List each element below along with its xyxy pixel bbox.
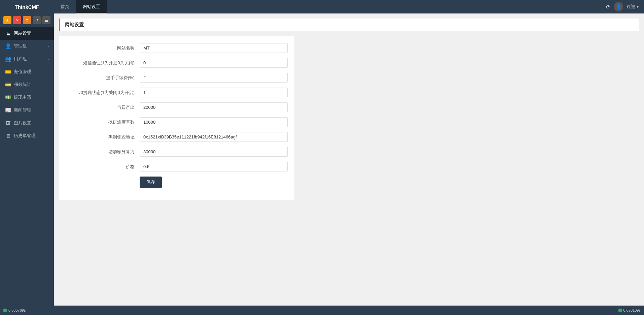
sidebar-label-images: 图片设置 xyxy=(14,120,31,126)
sidebar-item-admin-group[interactable]: 👤 管理组 › xyxy=(0,40,54,53)
sidebar: ★ ✕ ⚙ ↺ ☰ 🖥 网站设置 👤 管理组 › 👥 用户组 › 💳 充值管理 … xyxy=(0,13,54,306)
label-sms-verify: 短信验证(1为开启0为关闭) xyxy=(66,60,140,66)
sidebar-label-news: 新闻管理 xyxy=(14,107,31,113)
sidebar-label-admin-group: 管理组 xyxy=(14,43,27,49)
status-dot-right xyxy=(618,309,622,312)
status-bar: 0.085789s 0.070109s xyxy=(0,306,644,315)
label-extra-hashrate: 增加额外算力 xyxy=(66,149,140,155)
label-mine-difficulty: 挖矿难度基数 xyxy=(66,119,140,125)
avatar: 👤 xyxy=(614,2,623,11)
sidebar-item-images[interactable]: 🖼 图片设置 xyxy=(0,117,54,129)
input-v0-withdraw[interactable] xyxy=(140,88,288,97)
sidebar-btn-yellow[interactable]: ★ xyxy=(3,16,11,24)
input-site-name[interactable] xyxy=(140,43,288,53)
input-mine-difficulty[interactable] xyxy=(140,117,288,127)
sidebar-label-withdraw: 提现申请 xyxy=(14,94,31,100)
top-nav: ThinkCMF 首页 网站设置 ⟳ 👤 欢迎 ▾ xyxy=(0,0,644,13)
sidebar-btn-red[interactable]: ✕ xyxy=(13,16,21,24)
monitor-icon: 🖥 xyxy=(5,31,11,36)
history-icon: 🖥 xyxy=(5,133,11,139)
image-icon: 🖼 xyxy=(5,120,11,126)
nav-site-settings[interactable]: 网站设置 xyxy=(76,0,107,13)
chevron-right-icon: › xyxy=(47,44,49,48)
sidebar-item-news[interactable]: 📰 新闻管理 xyxy=(0,104,54,117)
nav-right: ⟳ 👤 欢迎 ▾ xyxy=(606,2,644,11)
form-row-v0-withdraw: v0提现状态(1为关闭0为开启) xyxy=(66,88,288,97)
sidebar-toolbar: ★ ✕ ⚙ ↺ ☰ xyxy=(0,13,54,27)
sidebar-item-history[interactable]: 🖥 历史单管理 xyxy=(0,129,54,142)
dollar-icon: 💵 xyxy=(5,94,11,100)
label-price: 价格 xyxy=(66,164,140,170)
news-icon: 📰 xyxy=(5,107,11,113)
page-header: 网站设置 xyxy=(59,19,639,31)
form-row-withdraw-fee: 提币手续费(%) xyxy=(66,73,288,83)
input-extra-hashrate[interactable] xyxy=(140,147,288,157)
nav-home[interactable]: 首页 xyxy=(54,0,76,13)
save-button[interactable]: 保存 xyxy=(140,177,162,188)
content-area: 网站设置 网站名称 短信验证(1为开启0为关闭) 提币手续费(%) v0提现状态… xyxy=(54,13,644,306)
sidebar-item-site-settings[interactable]: 🖥 网站设置 xyxy=(0,27,54,40)
status-time-right: 0.070109s xyxy=(623,308,641,312)
people-icon: 👥 xyxy=(5,56,11,62)
sidebar-label-recharge: 充值管理 xyxy=(14,69,31,75)
form-row-daily-output: 当日产出 xyxy=(66,102,288,112)
sidebar-label-history: 历史单管理 xyxy=(14,133,36,139)
form-row-save: 保存 xyxy=(66,177,288,188)
label-v0-withdraw: v0提现状态(1为关闭0为开启) xyxy=(66,90,140,96)
sidebar-label-user-group: 用户组 xyxy=(14,56,27,62)
input-black-hole[interactable] xyxy=(140,132,288,142)
sidebar-btn-list[interactable]: ☰ xyxy=(42,16,50,24)
sidebar-item-points[interactable]: 💳 积分统计 xyxy=(0,78,54,91)
form-row-sms-verify: 短信验证(1为开启0为关闭) xyxy=(66,58,288,68)
label-daily-output: 当日产出 xyxy=(66,104,140,111)
visa-icon: 💳 xyxy=(5,82,11,88)
welcome-text: 欢迎 ▾ xyxy=(627,4,639,10)
input-price[interactable] xyxy=(140,162,288,171)
input-withdraw-fee[interactable] xyxy=(140,73,288,83)
refresh-icon[interactable]: ⟳ xyxy=(606,4,610,10)
nav-links: 首页 网站设置 xyxy=(54,0,606,13)
label-withdraw-fee: 提币手续费(%) xyxy=(66,75,140,81)
sidebar-label-site-settings: 网站设置 xyxy=(14,30,31,36)
card-icon: 💳 xyxy=(5,69,11,75)
form-row-extra-hashrate: 增加额外算力 xyxy=(66,147,288,157)
sidebar-label-points: 积分统计 xyxy=(14,82,31,88)
sidebar-item-recharge[interactable]: 💳 充值管理 xyxy=(0,65,54,78)
form-row-black-hole: 黑洞销毁地址 xyxy=(66,132,288,142)
status-left: 0.085789s xyxy=(3,308,26,312)
input-daily-output[interactable] xyxy=(140,102,288,112)
person-icon: 👤 xyxy=(5,43,11,49)
status-right: 0.070109s xyxy=(618,308,641,312)
settings-form: 网站名称 短信验证(1为开启0为关闭) 提币手续费(%) v0提现状态(1为关闭… xyxy=(59,36,294,200)
form-row-mine-difficulty: 挖矿难度基数 xyxy=(66,117,288,127)
sidebar-item-user-group[interactable]: 👥 用户组 › xyxy=(0,53,54,65)
sidebar-item-withdraw[interactable]: 💵 提现申请 xyxy=(0,91,54,104)
form-row-price: 价格 xyxy=(66,162,288,171)
input-sms-verify[interactable] xyxy=(140,58,288,68)
sidebar-btn-dark[interactable]: ↺ xyxy=(33,16,41,24)
form-row-site-name: 网站名称 xyxy=(66,43,288,53)
sidebar-btn-orange[interactable]: ⚙ xyxy=(23,16,31,24)
label-site-name: 网站名称 xyxy=(66,45,140,51)
label-black-hole: 黑洞销毁地址 xyxy=(66,134,140,140)
brand-logo: ThinkCMF xyxy=(0,4,54,10)
chevron-right-icon-2: › xyxy=(47,57,49,61)
status-time-left: 0.085789s xyxy=(8,308,26,312)
status-dot-left xyxy=(3,309,7,312)
main-layout: ★ ✕ ⚙ ↺ ☰ 🖥 网站设置 👤 管理组 › 👥 用户组 › 💳 充值管理 … xyxy=(0,13,644,306)
